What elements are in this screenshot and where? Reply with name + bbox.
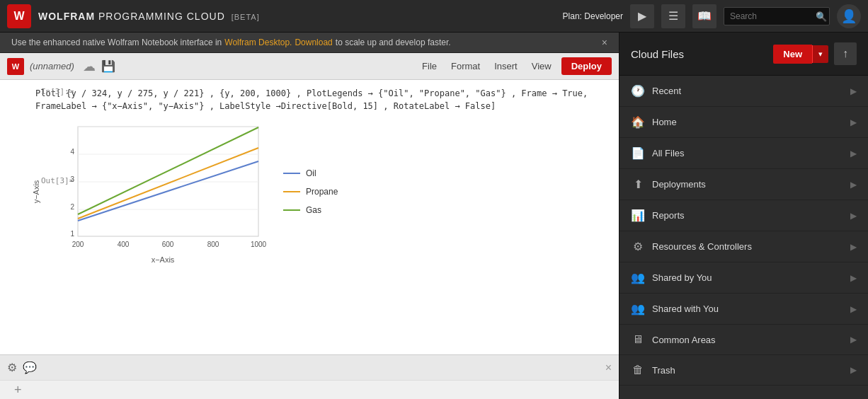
banner-link-download[interactable]: Download	[295, 37, 332, 47]
trash-icon: 🗑	[631, 364, 645, 376]
notebook-logo-icon: W	[7, 58, 24, 75]
sidebar-item-label-common-areas: Common Areas	[652, 335, 843, 345]
new-dropdown-button[interactable]: ▾	[812, 45, 828, 63]
sidebar-item-resources-controllers[interactable]: ⚙ Resources & Controllers ▶	[619, 231, 868, 262]
new-button[interactable]: New	[773, 45, 812, 64]
legend-item-gas: Gas	[283, 205, 338, 215]
sidebar-item-reports[interactable]: 📊 Reports ▶	[619, 200, 868, 231]
sidebar-item-label-shared-with-you: Shared with You	[652, 303, 843, 314]
sidebar-item-label-reports: Reports	[652, 210, 843, 221]
sidebar-item-shared-with-you[interactable]: 👥 Shared with You ▶	[619, 294, 868, 325]
output-cell: Out[3]= y−Axis	[35, 120, 605, 264]
sidebar-item-recent[interactable]: 🕐 Recent ▶	[619, 76, 868, 107]
logo-icon: W	[7, 4, 31, 28]
home-arrow-icon: ▶	[850, 117, 857, 127]
trash-arrow-icon: ▶	[850, 365, 857, 375]
banner-link-wolfram-desktop[interactable]: Wolfram Desktop.	[224, 37, 292, 47]
app-title: WOLFRAM PROGRAMMING CLOUD [BETA]	[38, 11, 260, 22]
svg-text:800: 800	[207, 241, 219, 248]
notebook-cloud-icon: ☁	[83, 59, 96, 74]
menu-insert[interactable]: Insert	[490, 59, 522, 74]
upload-button[interactable]: ↑	[834, 42, 857, 65]
banner-text-after: to scale up and develop faster.	[336, 37, 451, 47]
new-button-group: New ▾	[773, 45, 828, 64]
menu-format[interactable]: Format	[447, 59, 484, 74]
sidebar-item-label-home: Home	[652, 117, 843, 127]
sidebar-item-home[interactable]: 🏠 Home ▶	[619, 107, 868, 138]
recent-icon: 🕐	[631, 84, 645, 98]
legend-line-oil	[283, 173, 300, 174]
sidebar-item-shared-by-you[interactable]: 👥 Shared by You ▶	[619, 262, 868, 294]
notebook-view-button[interactable]: ☰	[661, 4, 685, 28]
chart-plot: 1 2 3 4 200 400 600 800 1000	[57, 120, 269, 254]
shared-by-you-arrow-icon: ▶	[850, 273, 857, 283]
sidebar-item-all-files[interactable]: 📄 All Files ▶	[619, 138, 868, 169]
code-line-1: Plot[ {y / 324, y / 275, y / 221} , {y, …	[35, 87, 605, 100]
svg-text:600: 600	[162, 241, 174, 248]
code-line-2: FrameLabel → {"x−Axis", "y−Axis"} , Labe…	[35, 100, 605, 112]
notebook-area: Use the enhanced native Wolfram Notebook…	[0, 33, 619, 399]
deployments-arrow-icon: ▶	[850, 180, 857, 190]
sidebar-item-deployments[interactable]: ⬆ Deployments ▶	[619, 169, 868, 200]
all-files-arrow-icon: ▶	[850, 149, 857, 158]
svg-text:3: 3	[70, 175, 74, 183]
chart-legend: Oil Propane Gas	[283, 168, 338, 215]
settings-icon[interactable]: ⚙	[7, 361, 17, 374]
close-cell-button[interactable]: ×	[605, 362, 612, 374]
search-icon-button[interactable]: 🔍	[816, 11, 827, 21]
notebook-save-icon: 💾	[101, 59, 115, 73]
svg-text:200: 200	[72, 241, 84, 248]
menu-view[interactable]: View	[527, 59, 556, 74]
reports-icon: 📊	[631, 209, 645, 222]
notebook-toolbar: W (unnamed) ☁ 💾 File Format Insert View …	[0, 53, 619, 80]
legend-line-propane	[283, 191, 300, 192]
input-cell: In[3]:= Plot[ {y / 324, y / 275, y / 221…	[35, 87, 605, 112]
chart-xaxis-label: x−Axis	[57, 255, 269, 264]
shared-by-you-icon: 👥	[631, 271, 645, 284]
sidebar-item-common-areas[interactable]: 🖥 Common Areas ▶	[619, 325, 868, 355]
sidebar-item-trash[interactable]: 🗑 Trash ▶	[619, 355, 868, 386]
main-area: Use the enhanced native Wolfram Notebook…	[0, 33, 868, 399]
plan-label: Plan: Developer	[563, 11, 623, 21]
user-menu-button[interactable]: 👤	[837, 4, 861, 28]
reports-arrow-icon: ▶	[850, 211, 857, 221]
resources-arrow-icon: ▶	[850, 242, 857, 252]
deployments-icon: ⬆	[631, 178, 645, 191]
info-banner: Use the enhanced native Wolfram Notebook…	[0, 33, 619, 53]
legend-item-propane: Propane	[283, 187, 338, 197]
top-navigation: W WOLFRAM PROGRAMMING CLOUD [BETA] Plan:…	[0, 0, 868, 33]
legend-label-oil: Oil	[306, 168, 316, 178]
common-areas-arrow-icon: ▶	[850, 335, 857, 345]
shared-with-you-arrow-icon: ▶	[850, 304, 857, 314]
banner-close-button[interactable]: ×	[602, 37, 607, 48]
menu-file[interactable]: File	[418, 59, 441, 74]
sidebar-item-label-all-files: All Files	[652, 148, 843, 158]
sidebar-item-label-resources: Resources & Controllers	[652, 241, 843, 252]
all-files-icon: 📄	[631, 146, 645, 160]
chart-container: y−Axis 1	[57, 120, 605, 264]
notebook-title: (unnamed)	[30, 61, 74, 71]
add-cell-button[interactable]: +	[14, 383, 22, 396]
legend-label-propane: Propane	[306, 187, 338, 197]
notebook-menu-bar: File Format Insert View Deploy	[418, 57, 612, 75]
resources-icon: ⚙	[631, 240, 645, 253]
notebook-bottom-bar: ⚙ 💬 ×	[0, 354, 619, 380]
collapse-button[interactable]: ▶	[630, 4, 654, 28]
recent-arrow-icon: ▶	[850, 86, 857, 96]
svg-text:4: 4	[70, 148, 74, 156]
legend-label-gas: Gas	[306, 205, 321, 215]
chart-svg: 1 2 3 4 200 400 600 800 1000	[57, 120, 269, 254]
notebook-content: In[3]:= Plot[ {y / 324, y / 275, y / 221…	[0, 80, 619, 354]
legend-line-gas	[283, 209, 300, 211]
add-cell-row: +	[0, 380, 619, 399]
chat-icon[interactable]: 💬	[23, 361, 37, 374]
cell-code-block: Plot[ {y / 324, y / 275, y / 221} , {y, …	[35, 87, 605, 112]
book-view-button[interactable]: 📖	[692, 4, 716, 28]
sidebar-header: Cloud Files New ▾ ↑	[619, 33, 868, 76]
sidebar-title: Cloud Files	[631, 48, 767, 60]
deploy-button[interactable]: Deploy	[561, 57, 612, 75]
chart-yaxis-label: y−Axis	[32, 180, 40, 204]
search-input[interactable]	[724, 7, 830, 25]
svg-text:1000: 1000	[251, 241, 267, 248]
sidebar-item-label-recent: Recent	[652, 86, 843, 96]
